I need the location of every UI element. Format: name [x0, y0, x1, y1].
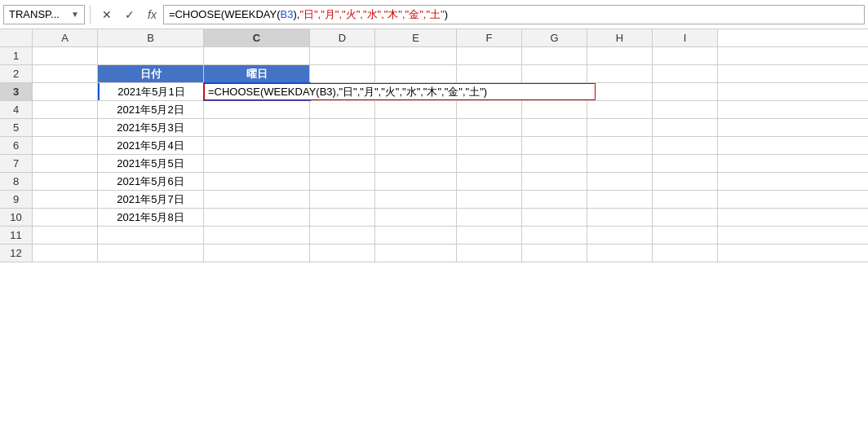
cell-e3[interactable] — [375, 83, 457, 100]
cell-f9[interactable] — [457, 191, 522, 208]
cell-i9[interactable] — [653, 191, 718, 208]
cell-g10[interactable] — [522, 209, 587, 226]
cancel-button[interactable]: ✕ — [95, 5, 118, 24]
cell-c2[interactable]: 曜日 — [204, 65, 310, 82]
cell-a7[interactable] — [33, 155, 98, 172]
cell-d10[interactable] — [310, 209, 375, 226]
cell-i2[interactable] — [653, 65, 718, 82]
cell-b5[interactable]: 2021年5月3日 — [98, 119, 204, 136]
cell-b3[interactable]: 2021年5月1日 — [98, 83, 204, 100]
cell-b6[interactable]: 2021年5月4日 — [98, 137, 204, 154]
cell-d8[interactable] — [310, 173, 375, 190]
cell-c6[interactable] — [204, 137, 310, 154]
cell-f10[interactable] — [457, 209, 522, 226]
cell-b4[interactable]: 2021年5月2日 — [98, 101, 204, 118]
cell-f12[interactable] — [457, 244, 522, 262]
cell-g2[interactable] — [522, 65, 587, 82]
col-header-c[interactable]: C — [204, 29, 310, 46]
cell-a2[interactable] — [33, 65, 98, 82]
cell-h3[interactable] — [587, 83, 653, 100]
cell-c4[interactable] — [204, 101, 310, 118]
cell-f2[interactable] — [457, 65, 522, 82]
cell-d9[interactable] — [310, 191, 375, 208]
cell-b8[interactable]: 2021年5月6日 — [98, 173, 204, 190]
cell-c11[interactable] — [204, 227, 310, 244]
cell-c1[interactable] — [204, 47, 310, 64]
cell-a6[interactable] — [33, 137, 98, 154]
cell-e10[interactable] — [375, 209, 457, 226]
cell-g8[interactable] — [522, 173, 587, 190]
cell-d1[interactable] — [310, 47, 375, 64]
cell-b2[interactable]: 日付 — [98, 65, 204, 82]
cell-e8[interactable] — [375, 173, 457, 190]
cell-g4[interactable] — [522, 101, 587, 118]
cell-d7[interactable] — [310, 155, 375, 172]
cell-i7[interactable] — [653, 155, 718, 172]
cell-g3[interactable] — [522, 83, 587, 100]
cell-a4[interactable] — [33, 101, 98, 118]
cell-a5[interactable] — [33, 119, 98, 136]
cell-h10[interactable] — [587, 209, 653, 226]
cell-f11[interactable] — [457, 227, 522, 244]
cell-c10[interactable] — [204, 209, 310, 226]
cell-a8[interactable] — [33, 173, 98, 190]
cell-b9[interactable]: 2021年5月7日 — [98, 191, 204, 208]
cell-f1[interactable] — [457, 47, 522, 64]
cell-f3[interactable] — [457, 83, 522, 100]
cell-d5[interactable] — [310, 119, 375, 136]
cell-a3[interactable] — [33, 83, 98, 100]
cell-g9[interactable] — [522, 191, 587, 208]
cell-h2[interactable] — [587, 65, 653, 82]
cell-g1[interactable] — [522, 47, 587, 64]
cell-c7[interactable] — [204, 155, 310, 172]
col-header-i[interactable]: I — [653, 29, 718, 46]
cell-b7[interactable]: 2021年5月5日 — [98, 155, 204, 172]
cell-h11[interactable] — [587, 227, 653, 244]
cell-c8[interactable] — [204, 173, 310, 190]
cell-d3[interactable] — [310, 83, 375, 100]
cell-d12[interactable] — [310, 244, 375, 262]
cell-b1[interactable] — [98, 47, 204, 64]
cell-b12[interactable] — [98, 244, 204, 262]
cell-e12[interactable] — [375, 244, 457, 262]
cell-e7[interactable] — [375, 155, 457, 172]
cell-a11[interactable] — [33, 227, 98, 244]
cell-a1[interactable] — [33, 47, 98, 64]
col-header-b[interactable]: B — [98, 29, 204, 46]
cell-f8[interactable] — [457, 173, 522, 190]
confirm-button[interactable]: ✓ — [118, 5, 141, 24]
cell-i6[interactable] — [653, 137, 718, 154]
col-header-d[interactable]: D — [310, 29, 375, 46]
cell-c3[interactable]: =CHOOSE(WEEKDAY(B3),"日","月","火","水","木",… — [204, 83, 310, 100]
col-header-g[interactable]: G — [522, 29, 587, 46]
col-header-a[interactable]: A — [33, 29, 98, 46]
cell-c5[interactable] — [204, 119, 310, 136]
cell-d6[interactable] — [310, 137, 375, 154]
cell-h8[interactable] — [587, 173, 653, 190]
cell-e9[interactable] — [375, 191, 457, 208]
cell-d2[interactable] — [310, 65, 375, 82]
cell-d4[interactable] — [310, 101, 375, 118]
cell-h6[interactable] — [587, 137, 653, 154]
col-header-e[interactable]: E — [375, 29, 457, 46]
cell-g11[interactable] — [522, 227, 587, 244]
cell-g12[interactable] — [522, 244, 587, 262]
cell-h4[interactable] — [587, 101, 653, 118]
cell-a10[interactable] — [33, 209, 98, 226]
cell-i3[interactable] — [653, 83, 718, 100]
cell-i4[interactable] — [653, 101, 718, 118]
cell-g7[interactable] — [522, 155, 587, 172]
cell-h5[interactable] — [587, 119, 653, 136]
cell-i1[interactable] — [653, 47, 718, 64]
cell-h9[interactable] — [587, 191, 653, 208]
cell-e6[interactable] — [375, 137, 457, 154]
cell-b11[interactable] — [98, 227, 204, 244]
cell-e5[interactable] — [375, 119, 457, 136]
cell-g6[interactable] — [522, 137, 587, 154]
cell-i10[interactable] — [653, 209, 718, 226]
cell-i11[interactable] — [653, 227, 718, 244]
cell-h1[interactable] — [587, 47, 653, 64]
cell-d11[interactable] — [310, 227, 375, 244]
cell-h7[interactable] — [587, 155, 653, 172]
cell-i8[interactable] — [653, 173, 718, 190]
